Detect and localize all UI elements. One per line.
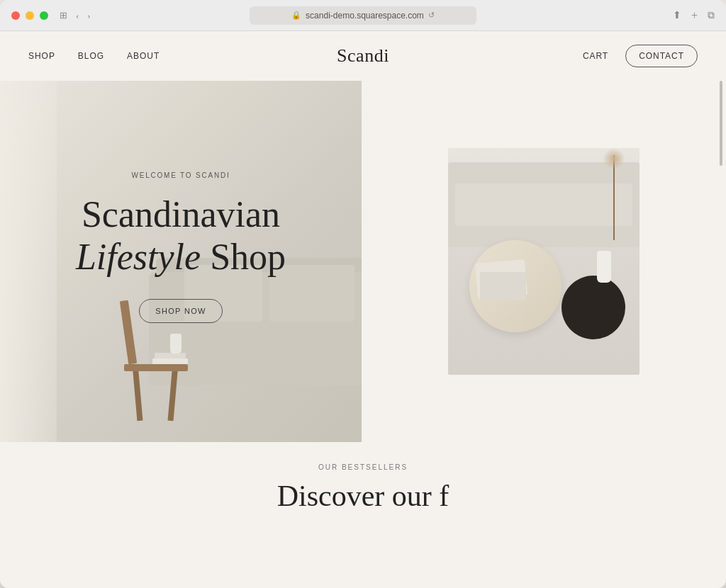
hero-image-right xyxy=(362,81,726,442)
scrollbar-thumb[interactable] xyxy=(720,81,722,166)
side-table xyxy=(562,276,625,339)
discover-title-text: Discover our f xyxy=(277,480,449,512)
minimize-button[interactable] xyxy=(26,11,34,20)
refresh-icon[interactable]: ↺ xyxy=(428,11,435,20)
nav-right: CART CONTACT xyxy=(583,45,698,67)
lock-icon: 🔒 xyxy=(291,11,301,20)
hero-section: WELCOME TO SCANDI Scandinavian Lifestyle… xyxy=(0,81,726,442)
photo-background xyxy=(448,148,640,375)
nav-left: SHOP BLOG ABOUT xyxy=(28,51,160,61)
browser-actions: ⬆ + ⧉ xyxy=(673,9,715,22)
share-icon[interactable]: ⬆ xyxy=(673,9,681,21)
photo-vase xyxy=(597,251,611,283)
forward-button[interactable]: › xyxy=(87,10,90,21)
photo-sofa-cushion xyxy=(455,183,632,226)
navigation: SHOP BLOG ABOUT Scandi CART CONTACT xyxy=(0,31,726,81)
back-button[interactable]: ‹ xyxy=(76,10,79,21)
bestsellers-section: OUR BESTSELLERS Discover our f xyxy=(0,442,726,519)
scrollbar[interactable] xyxy=(719,81,723,588)
discover-title: Discover our f xyxy=(0,480,726,512)
traffic-lights xyxy=(11,11,48,20)
hero-title-normal: Shop xyxy=(201,237,286,277)
site-logo[interactable]: Scandi xyxy=(337,45,389,67)
nav-about[interactable]: ABOUT xyxy=(127,51,160,61)
bestsellers-label: OUR BESTSELLERS xyxy=(0,463,726,471)
browser-window: ⊞ ‹ › 🔒 scandi-demo.squarespace.com ↺ ⬆ … xyxy=(0,0,726,588)
maximize-button[interactable] xyxy=(40,11,48,20)
tabs-icon[interactable]: ⧉ xyxy=(708,10,715,21)
product-photo xyxy=(448,148,640,375)
cart-link[interactable]: CART xyxy=(583,51,608,61)
hero-image-left: WELCOME TO SCANDI Scandinavian Lifestyle… xyxy=(0,81,362,442)
address-bar[interactable]: 🔒 scandi-demo.squarespace.com ↺ xyxy=(250,6,476,25)
hero-title-italic: Lifestyle xyxy=(76,237,201,277)
welcome-text: WELCOME TO SCANDI xyxy=(131,171,230,179)
photo-sofa xyxy=(448,162,640,247)
pampas-grass xyxy=(613,155,615,240)
contact-button[interactable]: CONTACT xyxy=(625,45,698,67)
shop-now-button[interactable]: SHOP NOW xyxy=(139,299,222,323)
table-book-2 xyxy=(480,272,526,300)
close-button[interactable] xyxy=(11,11,20,20)
url-text: scandi-demo.squarespace.com xyxy=(306,11,424,21)
new-tab-icon[interactable]: + xyxy=(691,9,698,22)
nav-shop[interactable]: SHOP xyxy=(28,51,55,61)
nav-blog[interactable]: BLOG xyxy=(78,51,104,61)
nav-controls: ⊞ ‹ › xyxy=(60,10,91,21)
hero-text-overlay: WELCOME TO SCANDI Scandinavian Lifestyle… xyxy=(0,81,362,442)
title-bar: ⊞ ‹ › 🔒 scandi-demo.squarespace.com ↺ ⬆ … xyxy=(0,0,726,31)
hero-title: Scandinavian Lifestyle Shop xyxy=(76,193,286,278)
sidebar-icon[interactable]: ⊞ xyxy=(60,10,67,21)
hero-title-line1: Scandinavian xyxy=(82,194,280,234)
site-content: SHOP BLOG ABOUT Scandi CART CONTACT xyxy=(0,31,726,588)
